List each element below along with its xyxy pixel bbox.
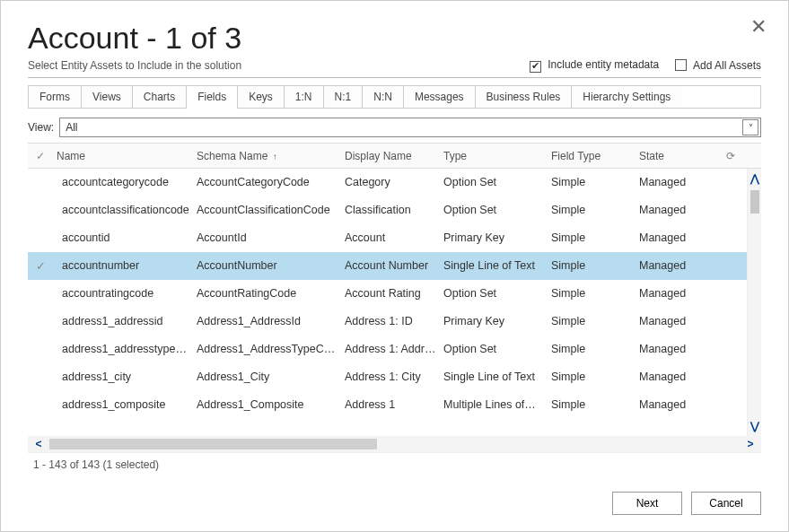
tabs-bar: FormsViewsChartsFieldsKeys1:NN:1N:NMessa… (28, 85, 761, 109)
include-metadata-checkbox[interactable]: Include entity metadata (530, 58, 659, 71)
scroll-down-icon[interactable]: ⋁ (750, 420, 759, 432)
tab-keys[interactable]: Keys (237, 86, 284, 108)
grid: ✓ Name Schema Name ↑ Display Name Type F… (28, 143, 761, 475)
cell-display: Address 1: City (345, 371, 443, 383)
options-row: Include entity metadata Add All Assets (530, 57, 761, 72)
status-bar: 1 - 143 of 143 (1 selected) (28, 452, 761, 475)
cell-type: Primary Key (443, 231, 551, 244)
cell-state: Managed (639, 371, 720, 383)
page-title: Account - 1 of 3 (28, 21, 761, 56)
table-row[interactable]: address1_cityAddress1_CityAddress 1: Cit… (28, 363, 761, 391)
cell-fieldtype: Simple (551, 204, 639, 216)
cell-schema: Address1_City (197, 371, 345, 383)
tab-charts[interactable]: Charts (132, 86, 186, 108)
cell-type: Option Set (443, 176, 551, 188)
tab-fields[interactable]: Fields (186, 86, 237, 108)
tab-business-rules[interactable]: Business Rules (475, 86, 572, 108)
cell-type: Single Line of Text (443, 371, 551, 383)
row-check-icon[interactable]: ✓ (28, 259, 53, 273)
sort-ascending-icon: ↑ (273, 152, 277, 161)
table-row[interactable]: accountclassificationcodeAccountClassifi… (28, 196, 761, 224)
table-row[interactable]: address1_compositeAddress1_CompositeAddr… (28, 391, 761, 419)
cell-name: address1_city (53, 371, 197, 383)
cell-state: Managed (639, 204, 720, 216)
scroll-right-icon[interactable]: > (740, 438, 761, 450)
scrollbar-thumb[interactable] (49, 439, 377, 449)
add-all-assets-label: Add All Assets (693, 59, 761, 72)
cancel-button[interactable]: Cancel (691, 492, 761, 515)
column-type[interactable]: Type (443, 150, 551, 162)
cell-display: Address 1 (345, 398, 443, 411)
cell-schema: AccountId (197, 231, 345, 244)
cell-type: Primary Key (443, 315, 551, 327)
subtitle-row: Select Entity Assets to Include in the s… (28, 57, 761, 78)
cell-schema: AccountClassificationCode (197, 204, 345, 216)
cell-fieldtype: Simple (551, 315, 639, 327)
cell-state: Managed (639, 315, 720, 327)
cell-name: accountratingcode (53, 287, 197, 300)
tab-messages[interactable]: Messages (403, 86, 475, 108)
checkbox-icon (675, 59, 687, 71)
add-all-assets-checkbox[interactable]: Add All Assets (675, 57, 761, 72)
column-fieldtype[interactable]: Field Type (551, 150, 639, 162)
column-schema-label: Schema Name (197, 150, 267, 162)
cell-fieldtype: Simple (551, 176, 639, 188)
cell-display: Account Rating (345, 287, 443, 300)
scroll-up-icon[interactable]: ⋀ (750, 172, 759, 185)
column-name[interactable]: Name (53, 150, 197, 162)
column-state[interactable]: State (639, 150, 720, 162)
select-all-checkbox[interactable]: ✓ (28, 150, 53, 162)
tab-n-n[interactable]: N:N (362, 86, 403, 108)
cell-name: address1_addresstypecode (53, 343, 197, 355)
cell-type: Single Line of Text (443, 259, 551, 272)
table-row[interactable]: accountidAccountIdAccountPrimary KeySimp… (28, 224, 761, 252)
view-label: View: (28, 121, 54, 134)
cell-state: Managed (639, 398, 720, 411)
hscroll-track[interactable] (49, 439, 740, 449)
scrollbar-thumb[interactable] (750, 190, 759, 214)
cell-state: Managed (639, 259, 720, 272)
tab-n-1[interactable]: N:1 (323, 86, 363, 108)
cell-type: Option Set (443, 204, 551, 216)
page-subtitle: Select Entity Assets to Include in the s… (28, 59, 241, 72)
table-row[interactable]: address1_addresstypecodeAddress1_Address… (28, 336, 761, 363)
grid-header: ✓ Name Schema Name ↑ Display Name Type F… (28, 144, 761, 169)
cell-fieldtype: Simple (551, 343, 639, 355)
cell-state: Managed (639, 287, 720, 300)
table-row[interactable]: address1_addressidAddress1_AddressIdAddr… (28, 308, 761, 336)
cell-schema: Address1_AddressTypeCode (197, 343, 345, 355)
tab-hierarchy-settings[interactable]: Hierarchy Settings (571, 86, 681, 108)
cell-fieldtype: Simple (551, 371, 639, 383)
cell-name: accountnumber (53, 259, 197, 272)
tab-1-n[interactable]: 1:N (284, 86, 323, 108)
table-row[interactable]: accountratingcodeAccountRatingCodeAccoun… (28, 280, 761, 308)
cell-fieldtype: Simple (551, 287, 639, 300)
cell-state: Managed (639, 343, 720, 355)
cell-fieldtype: Simple (551, 231, 639, 244)
cell-name: accountcategorycode (53, 176, 197, 188)
scroll-left-icon[interactable]: < (28, 438, 49, 450)
tab-forms[interactable]: Forms (28, 86, 81, 108)
cell-schema: AccountNumber (197, 259, 345, 272)
view-select[interactable]: All ˅ (59, 118, 761, 137)
dialog-container: ✕ Account - 1 of 3 Select Entity Assets … (0, 0, 789, 532)
table-row[interactable]: accountcategorycodeAccountCategoryCodeCa… (28, 169, 761, 196)
close-icon[interactable]: ✕ (750, 17, 767, 37)
cell-type: Multiple Lines of… (443, 398, 551, 411)
cell-state: Managed (639, 231, 720, 244)
refresh-icon[interactable]: ⟳ (720, 150, 741, 162)
column-schema[interactable]: Schema Name ↑ (197, 150, 345, 162)
cell-fieldtype: Simple (551, 398, 639, 411)
cell-name: address1_composite (53, 398, 197, 411)
cell-fieldtype: Simple (551, 259, 639, 272)
cell-display: Address 1: Addr… (345, 343, 443, 355)
cell-name: accountclassificationcode (53, 204, 197, 216)
table-row[interactable]: ✓accountnumberAccountNumberAccount Numbe… (28, 252, 761, 280)
horizontal-scrollbar[interactable]: < > (28, 436, 761, 452)
cell-display: Address 1: ID (345, 315, 443, 327)
vertical-scrollbar[interactable]: ⋀ ⋁ (747, 169, 761, 436)
tab-views[interactable]: Views (81, 86, 132, 108)
next-button[interactable]: Next (612, 492, 682, 515)
column-display[interactable]: Display Name (345, 150, 443, 162)
cell-state: Managed (639, 176, 720, 188)
